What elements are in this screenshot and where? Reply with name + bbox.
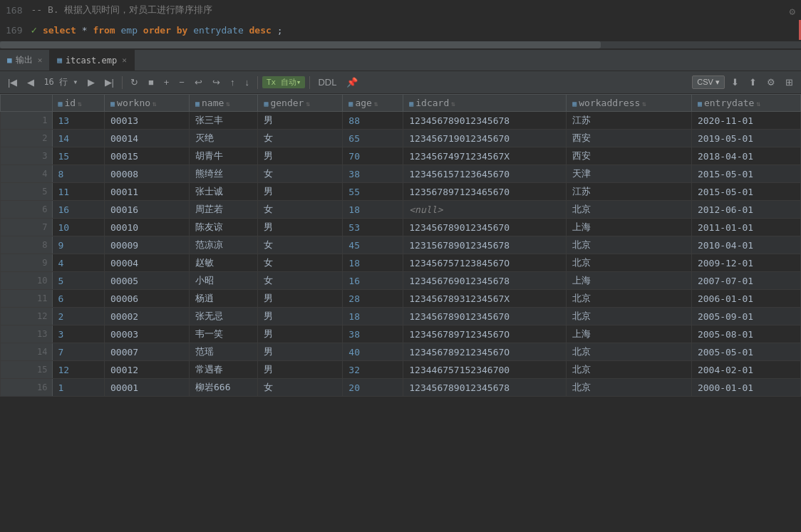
import-btn[interactable]: ⬆ [745, 75, 760, 89]
kw-semi: ; [272, 25, 283, 36]
comment-text: -- B. 根据入职时间，对员工进行降序排序 [31, 4, 212, 16]
table-row[interactable]: 13300003韦一笑男3812345678971234567O上海2005-0… [1, 325, 801, 343]
more-options-btn[interactable]: ⚙ [763, 75, 779, 89]
main-wrapper: ⚙ 168 -- B. 根据入职时间，对员工进行降序排序 169 ✓ selec… [0, 0, 801, 532]
data-table: ▦id⇅ ▦workno⇅ ▦name⇅ ▦gender⇅ ▦age⇅ ▦idc… [0, 94, 801, 397]
col-name[interactable]: ▦name⇅ [190, 95, 258, 112]
table-header-row: ▦id⇅ ▦workno⇅ ▦name⇅ ▦gender⇅ ▦age⇅ ▦idc… [1, 95, 801, 112]
table-row[interactable]: 51100011张士诚男55123567897123465670江苏2015-0… [1, 183, 801, 201]
table-row[interactable]: 9400004赵敏女1812345675712384567O北京2009-12-… [1, 254, 801, 272]
kw-star: * [76, 25, 93, 36]
settings-icon[interactable]: ⚙ [790, 6, 795, 17]
table-row[interactable]: 151200012常遇春男32123446757152346700北京2004-… [1, 361, 801, 379]
kw-order: order [143, 25, 171, 36]
col-idcard[interactable]: ▦idcard⇅ [403, 95, 567, 112]
table-row[interactable]: 31500015胡青牛男7012345674971234567X西安2018-0… [1, 147, 801, 165]
table-row[interactable]: 11300013张三丰男88123456789012345678江苏2020-1… [1, 112, 801, 130]
horizontal-scrollbar[interactable] [0, 41, 801, 48]
line-num-168: 168 [6, 5, 31, 16]
table-row[interactable]: 12200002张无忌男18123456789012345670北京2005-0… [1, 308, 801, 325]
tab-itcast-close[interactable]: ✕ [122, 56, 127, 65]
table-row[interactable]: 21400014灭绝女65123456719012345670西安2019-05… [1, 130, 801, 147]
code-section: ⚙ 168 -- B. 根据入职时间，对员工进行降序排序 169 ✓ selec… [0, 0, 801, 50]
table-row[interactable]: 8900009范凉凉女45123156789012345678北京2010-04… [1, 236, 801, 254]
nav-next-btn[interactable]: ▶ [84, 75, 98, 89]
tab-output-close[interactable]: ✕ [38, 56, 43, 65]
tab-itcast[interactable]: ▦ itcast.emp ✕ [50, 50, 135, 71]
table-row[interactable]: 16100001柳岩666女20123456789012345678北京2000… [1, 379, 801, 397]
table-body: 11300013张三丰男88123456789012345678江苏2020-1… [1, 112, 801, 397]
table-container[interactable]: ▦id⇅ ▦workno⇅ ▦name⇅ ▦gender⇅ ▦age⇅ ▦idc… [0, 94, 801, 532]
table-row[interactable]: 14700007范瑶男4012345678921234567O北京2005-05… [1, 343, 801, 361]
kw-desc: desc [249, 25, 272, 36]
tx-label[interactable]: Tx 自动▾ [262, 76, 306, 88]
export-btn[interactable]: ⬇ [728, 75, 743, 89]
nav-prev-btn[interactable]: ◀ [24, 75, 38, 89]
col-workaddress[interactable]: ▦workaddress⇅ [567, 95, 692, 112]
kw-select: select [43, 25, 76, 36]
stop-btn[interactable]: ■ [145, 75, 157, 89]
ddl-btn[interactable]: DDL [314, 75, 340, 89]
delete-row-btn[interactable]: − [175, 75, 188, 89]
table-row[interactable]: 61600016周芷若女18<null>北京2012-06-01 [1, 201, 801, 219]
col-entrydate[interactable]: ▦entrydate⇅ [691, 95, 800, 112]
undo-btn[interactable]: ↩ [191, 75, 206, 89]
tab-output[interactable]: ■ 输出 ✕ [0, 50, 50, 71]
col-rownum [1, 95, 53, 112]
kw-from: from [93, 25, 115, 36]
nav-last-btn[interactable]: ▶| [101, 75, 118, 89]
table-row[interactable]: 10500005小昭女16123456769012345678上海2007-07… [1, 272, 801, 290]
kw-field: entrydate [187, 25, 249, 36]
separator-2 [257, 76, 258, 89]
down-btn[interactable]: ↓ [241, 75, 253, 89]
check-icon: ✓ [31, 24, 36, 36]
kw-space [171, 25, 177, 36]
col-workno[interactable]: ▦workno⇅ [105, 95, 190, 112]
kw-by: by [177, 25, 188, 36]
scrollbar-thumb [0, 41, 601, 48]
col-age[interactable]: ▦age⇅ [343, 95, 403, 112]
line-num-169: 169 [6, 25, 31, 36]
tab-output-label: 输出 [16, 54, 33, 66]
col-gender[interactable]: ▦gender⇅ [258, 95, 343, 112]
itcast-tab-icon: ▦ [57, 56, 62, 65]
table-row[interactable]: 71000010陈友谅男53123456789012345670上海2011-0… [1, 219, 801, 236]
toolbar-right: CSV ▾ ⬇ ⬆ ⚙ ⊞ [692, 75, 797, 89]
output-tab-icon: ■ [7, 56, 12, 65]
code-line-169: 169 ✓ select * from emp order by entryda… [0, 20, 801, 40]
add-row-btn[interactable]: + [160, 75, 173, 89]
pin-btn[interactable]: 📌 [343, 75, 361, 89]
toolbar: |◀ ◀ 16 行 ▾ ▶ ▶| ↻ ■ + − ↩ ↪ ↑ ↓ Tx 自动▾ … [0, 71, 801, 94]
up-btn[interactable]: ↑ [227, 75, 239, 89]
tabs-bar: ■ 输出 ✕ ▦ itcast.emp ✕ [0, 50, 801, 71]
layout-btn[interactable]: ⊞ [782, 75, 797, 89]
tab-itcast-label: itcast.emp [66, 56, 117, 66]
nav-first-btn[interactable]: |◀ [4, 75, 21, 89]
code-line-168: 168 -- B. 根据入职时间，对员工进行降序排序 [0, 0, 801, 20]
separator-1 [122, 76, 123, 89]
csv-btn[interactable]: CSV ▾ [692, 75, 725, 89]
row-count-label: 16 行 ▾ [41, 76, 81, 88]
table-row[interactable]: 4800008熊绮丝女38123456157123645670天津2015-05… [1, 165, 801, 183]
redo-btn[interactable]: ↪ [209, 75, 224, 89]
col-id[interactable]: ▦id⇅ [52, 95, 105, 112]
separator-3 [309, 76, 310, 89]
kw-table: emp [115, 25, 143, 36]
table-row[interactable]: 11600006杨逍男2812345678931234567X北京2006-01… [1, 290, 801, 308]
refresh-btn[interactable]: ↻ [127, 75, 142, 89]
